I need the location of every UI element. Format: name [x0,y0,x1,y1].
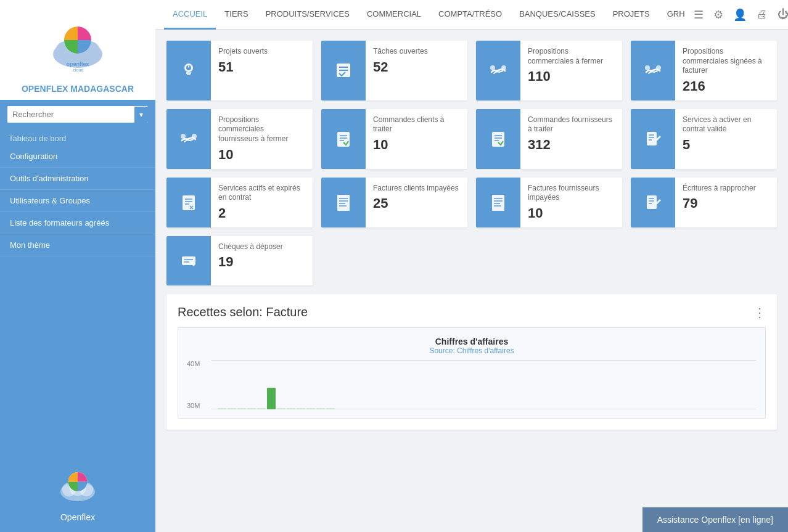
svg-point-23 [181,134,186,139]
sidebar-item-configuration[interactable]: Configuration [0,145,155,168]
print-icon[interactable]: 🖨 [757,8,768,21]
search-dropdown-button[interactable]: ▾ [134,107,148,123]
chart-bar-0 [218,408,226,409]
dashboard-card-2[interactable]: Propositions commerciales à fermer110 [476,41,622,100]
nav-item-produits-services[interactable]: PRODUITS/SERVICES [257,0,358,30]
sidebar: openflex .cloud OPENFLEX MADAGASCAR ▾ Ta… [0,0,155,532]
card-text-1: Tâches ouvertes52 [366,41,467,100]
card-label-2: Propositions commerciales à fermer [528,47,615,66]
card-text-12: Chèques à déposer19 [211,236,313,285]
card-label-3: Propositions commerciales signées à fact… [683,47,770,76]
dashboard-card-7[interactable]: Services à activer en contrat validé5 [631,109,777,169]
dashboard-card-6[interactable]: Commandes fournisseurs à traiter312 [476,109,622,169]
card-text-8: Services actifs et expirés en contrat2 [211,178,313,227]
card-number-7: 5 [683,137,770,153]
card-icon-area-5 [321,109,366,169]
assistance-bar[interactable]: Assistance Openflex [en ligne] [642,507,788,532]
chart-area: 40M 30M [187,360,757,409]
chart-bar-11 [326,408,335,409]
card-icon-area-8 [166,178,211,227]
logo-area: openflex .cloud OPENFLEX MADAGASCAR [0,0,155,100]
nav-item-compta-tr-so[interactable]: COMPTA/TRÉSO [430,0,511,30]
dashboard-card-0[interactable]: Projets ouverts51 [166,41,313,100]
company-name: OPENFLEX MADAGASCAR [22,84,134,94]
svg-rect-46 [492,195,504,211]
card-number-2: 110 [528,68,615,84]
card-text-2: Propositions commerciales à fermer110 [520,41,622,100]
card-icon-area-0 [166,41,211,100]
main: ACCUEILTIERSPRODUITS/SERVICESCOMMERCIALC… [155,0,788,532]
card-number-0: 51 [218,59,305,75]
chart-legend: Chiffres d'affaires Source: Chiffres d'a… [187,337,757,355]
svg-rect-51 [647,195,657,209]
dashboard-card-12[interactable]: Chèques à déposer19 [166,236,313,285]
openflex-label: Openflex [60,512,95,522]
card-number-10: 10 [528,205,615,221]
svg-text:openflex: openflex [66,61,89,67]
nav-item-grh[interactable]: GRH [659,0,694,30]
svg-rect-37 [183,195,195,210]
content: Projets ouverts51Tâches ouvertes52Propos… [155,30,788,532]
card-icon-area-4 [166,109,211,169]
svg-rect-25 [337,132,350,147]
dashboard-card-3[interactable]: Propositions commerciales signées à fact… [631,41,777,100]
nav-item-tiers[interactable]: TIERS [216,0,257,30]
y-axis-30m: 30M [187,402,200,409]
dashboard-card-11[interactable]: Écritures à rapprocher79 [631,178,777,227]
chart-inner: Chiffres d'affaires Source: Chiffres d'a… [178,327,766,419]
sidebar-item-liste-formateurs[interactable]: Liste des formateurs agréés [0,212,155,234]
card-label-8: Services actifs et expirés en contrat [218,184,305,203]
menu-icon[interactable]: ☰ [694,8,704,22]
bar-container [211,360,757,409]
nav-item-projets[interactable]: PROJETS [604,0,659,30]
dashboard-card-4[interactable]: Propositions commerciales fournisseurs à… [166,109,313,169]
card-icon-area-10 [476,178,520,227]
card-icon-area-1 [321,41,366,100]
nav-item-banques-caisses[interactable]: BANQUES/CAISSES [511,0,604,30]
card-icon-area-2 [476,41,520,100]
card-text-9: Factures clients impayées25 [366,178,467,227]
chart-bar-4 [257,408,266,409]
card-label-10: Factures fournisseurs impayées [528,184,615,203]
card-icon-area-3 [631,41,675,100]
card-icon-area-7 [631,109,675,169]
card-number-3: 216 [683,78,770,94]
settings-icon[interactable]: ⚙ [713,8,723,22]
card-text-5: Commandes clients à traiter10 [366,109,467,169]
card-number-6: 312 [528,137,615,153]
nav-item-commercial[interactable]: COMMERCIAL [358,0,430,30]
card-label-6: Commandes fournisseurs à traiter [528,115,615,134]
sidebar-item-utilisateurs-groupes[interactable]: Utilisateurs & Groupes [0,190,155,212]
card-text-6: Commandes fournisseurs à traiter312 [520,109,622,169]
card-text-11: Écritures à rapprocher79 [675,178,777,227]
chart-bar-3 [247,408,256,409]
sidebar-item-outils-admin[interactable]: Outils d'administration [0,168,155,190]
chart-bar-7 [287,408,295,409]
dashboard-card-9[interactable]: Factures clients impayées25 [321,178,467,227]
chart-bar-1 [228,408,236,409]
dashboard-card-1[interactable]: Tâches ouvertes52 [321,41,467,100]
nav-item-accueil[interactable]: ACCUEIL [164,0,216,30]
chart-header: Recettes selon: Facture ⋮ [178,305,766,320]
dashboard-card-8[interactable]: Services actifs et expirés en contrat2 [166,178,313,227]
search-input[interactable] [7,106,134,123]
dashboard-card-5[interactable]: Commandes clients à traiter10 [321,109,467,169]
card-text-4: Propositions commerciales fournisseurs à… [211,109,313,169]
nav-section-label: Tableau de bord [0,129,155,145]
power-icon[interactable]: ⏻ [778,8,788,21]
svg-rect-41 [337,195,350,211]
user-icon[interactable]: 👤 [733,8,747,22]
dashboard-card-10[interactable]: Factures fournisseurs impayées10 [476,178,622,227]
card-number-11: 79 [683,195,770,211]
chart-section: Recettes selon: Facture ⋮ Chiffres d'aff… [166,294,777,430]
svg-point-22 [656,65,661,70]
svg-point-20 [501,65,506,70]
chart-menu-button[interactable]: ⋮ [753,305,766,320]
search-area: ▾ [0,100,155,129]
sidebar-item-mon-theme[interactable]: Mon thème [0,234,155,256]
svg-point-19 [490,65,495,70]
chart-bar-8 [297,408,305,409]
card-icon-area-11 [631,178,675,227]
card-label-11: Écritures à rapprocher [683,184,770,194]
card-label-5: Commandes clients à traiter [373,115,460,134]
